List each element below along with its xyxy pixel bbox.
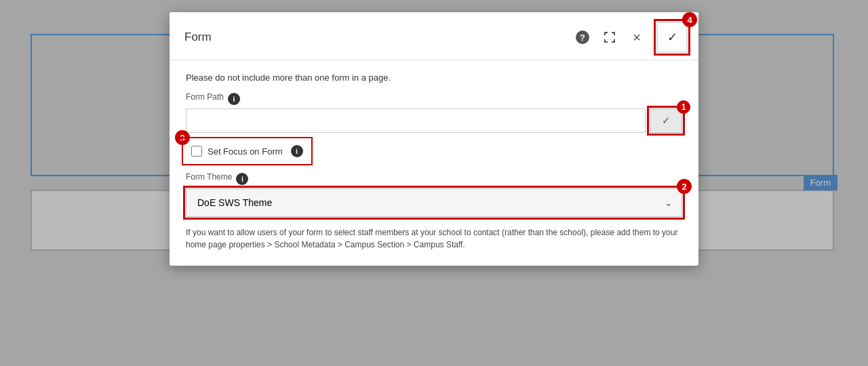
focus-row: Set Focus on Form i	[186, 141, 309, 161]
set-focus-label: Set Focus on Form	[208, 146, 283, 157]
fullscreen-icon-button[interactable]	[602, 30, 617, 45]
set-focus-checkbox[interactable]	[191, 146, 202, 157]
browse-button[interactable]: ✓	[650, 108, 682, 133]
form-path-row: ✓ 1	[186, 108, 682, 133]
browse-btn-wrapper: ✓ 1	[650, 108, 682, 133]
form-path-label-row: Form Path i	[186, 92, 682, 105]
badge-one: 1	[677, 100, 690, 114]
form-theme-label-row: Form Theme i	[186, 172, 682, 185]
form-path-input[interactable]	[186, 108, 646, 133]
form-theme-info-icon[interactable]: i	[236, 173, 248, 185]
badge-four: 4	[682, 12, 697, 27]
dialog-body: Please do not include more than one form…	[170, 60, 698, 266]
dialog-box: Form ? × ✓	[170, 12, 698, 266]
confirm-button[interactable]: ✓	[656, 22, 688, 53]
form-theme-label: Form Theme	[186, 172, 232, 182]
dialog-overlay: Form ? × ✓	[0, 0, 868, 366]
badge-two: 2	[677, 179, 692, 194]
header-icons-group: ? × ✓ 4	[575, 22, 688, 53]
confirm-btn-wrapper: ✓ 4	[656, 22, 688, 53]
dialog-title: Form	[184, 30, 575, 44]
footer-text: If you want to allow users of your form …	[186, 226, 682, 251]
set-focus-info-icon[interactable]: i	[291, 145, 303, 157]
form-path-info-icon[interactable]: i	[228, 93, 240, 105]
dialog-header: Form ? × ✓	[170, 12, 698, 60]
theme-select-wrapper: DoE SWS Theme Default ⌄ 2	[186, 188, 682, 217]
help-icon-button[interactable]: ?	[575, 30, 590, 45]
form-theme-select[interactable]: DoE SWS Theme Default	[186, 188, 682, 217]
form-path-label: Form Path	[186, 92, 224, 102]
close-icon-button[interactable]: ×	[629, 30, 644, 45]
notice-text: Please do not include more than one form…	[186, 73, 682, 83]
